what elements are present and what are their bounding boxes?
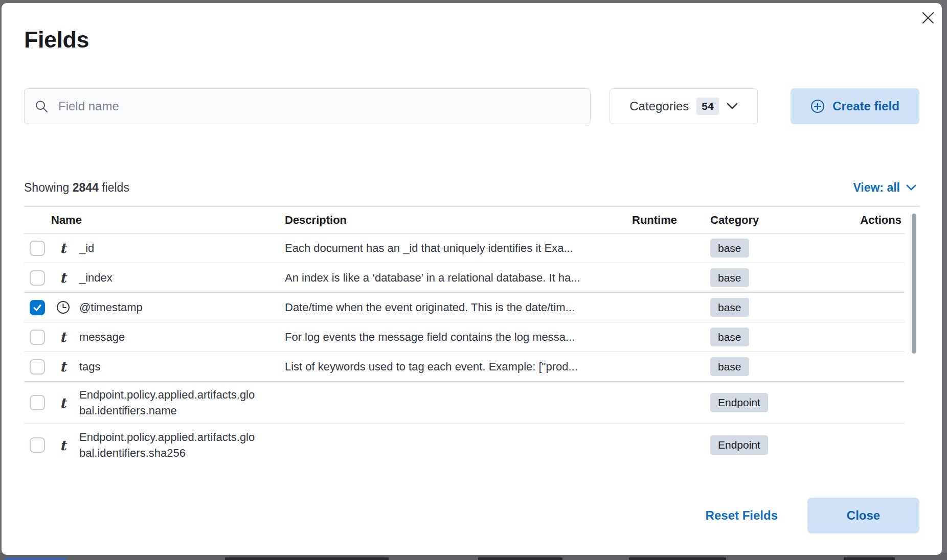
checkbox-cell [24,437,51,453]
text-type-icon: t [60,396,66,410]
text-type-glyph: t [60,271,66,285]
text-type-icon: t [60,330,66,344]
table-header-row: Name Description Runtime Category Action… [24,207,905,234]
field-name-cell: Endpoint.policy.applied.artifacts.global… [75,429,255,461]
close-button[interactable]: Close [807,498,919,533]
plus-circle-icon [810,99,825,113]
field-name: Endpoint.policy.applied.artifacts.global… [79,387,255,418]
field-description-cell: For log events the message field contain… [255,331,595,344]
category-cell: Endpoint [677,435,837,454]
table-row: @timestampDate/time when the event origi… [24,293,905,322]
table-row: ttagsList of keywords used to tag each e… [24,352,905,382]
category-badge: base [710,328,749,346]
column-header-runtime: Runtime [632,214,677,227]
page-behind-fragment [5,557,66,560]
row-checkbox[interactable] [30,395,45,410]
checkbox-cell [24,300,51,315]
row-checkbox[interactable] [30,330,45,345]
close-icon[interactable] [920,10,936,26]
column-header-description: Description [255,214,595,227]
category-cell: Endpoint [677,393,837,412]
category-cell: base [677,357,837,376]
row-checkbox[interactable] [30,359,45,375]
reset-fields-button[interactable]: Reset Fields [703,508,781,523]
field-name: _index [79,270,255,286]
search-icon [35,100,49,115]
row-checkbox[interactable] [30,437,45,453]
create-field-button[interactable]: Create field [791,88,919,124]
field-name: Endpoint.policy.applied.artifacts.global… [79,429,255,461]
checkbox-cell [24,330,51,345]
field-name-cell: tags [75,359,255,375]
category-badge: base [710,298,749,317]
table-row: t_idEach document has an _id that unique… [24,234,905,263]
field-name-cell: _index [75,270,255,286]
modal-footer: Reset Fields Close [24,498,919,533]
fields-count: 2844 [73,181,99,194]
field-description-cell: Each document has an _id that uniquely i… [255,242,595,255]
table-row: tEndpoint.policy.applied.artifacts.globa… [24,424,905,466]
page-behind-fragment [629,557,726,560]
text-type-icon: t [60,271,66,285]
controls-row: Categories 54 Create field [24,88,919,124]
field-name-cell: @timestamp [75,299,255,315]
category-cell: base [677,268,837,287]
field-name-cell: message [75,329,255,345]
showing-fields-text: Showing 2844 fields [24,181,129,195]
view-all-dropdown[interactable]: View: all [850,180,919,195]
field-name: tags [79,359,255,375]
vertical-scrollbar-thumb[interactable] [912,214,916,354]
page-behind-fragment [225,557,389,560]
categories-filter-button[interactable]: Categories 54 [610,88,758,124]
text-type-glyph: t [60,360,66,374]
field-name: message [79,329,255,345]
search-input[interactable] [24,88,591,124]
field-name-cell: Endpoint.policy.applied.artifacts.global… [75,387,255,418]
page-title: Fields [24,24,919,56]
column-header-name: Name [51,214,255,227]
category-cell: base [677,328,837,346]
text-type-glyph: t [60,438,66,452]
text-type-icon: t [60,360,66,374]
table-row: t_indexAn index is like a ‘database’ in … [24,263,905,293]
checkmark-icon [32,302,43,313]
field-name: _id [79,240,255,256]
field-name-cell: _id [75,240,255,256]
field-description-cell: List of keywords used to tag each event.… [255,360,595,374]
categories-label: Categories [629,99,689,113]
clock-icon [56,300,70,314]
column-header-actions: Actions [860,214,905,227]
table-row: tEndpoint.policy.applied.artifacts.globa… [24,382,905,424]
text-type-glyph: t [60,330,66,344]
chevron-down-icon [906,184,916,191]
text-type-glyph: t [60,241,66,255]
category-badge: base [710,357,749,376]
field-name: @timestamp [79,299,255,315]
row-checkbox[interactable] [30,270,45,286]
category-badge: base [710,239,749,258]
text-type-icon: t [60,438,66,452]
summary-row: Showing 2844 fields View: all [24,180,919,195]
checkbox-cell [24,241,51,256]
checkbox-cell [24,395,51,410]
table-row: tmessageFor log events the message field… [24,322,905,352]
table-body: t_idEach document has an _id that unique… [24,234,919,466]
row-checkbox[interactable] [30,300,45,315]
row-checkbox[interactable] [30,241,45,256]
text-type-icon: t [60,241,66,255]
create-field-label: Create field [832,99,899,113]
category-cell: base [677,298,837,317]
field-description-cell: Date/time when the event originated. Thi… [255,301,595,314]
field-description-cell: An index is like a ‘database’ in a relat… [255,271,595,285]
fields-modal: Fields Categories 54 Creat [2,3,942,555]
category-badge: Endpoint [710,435,768,454]
view-all-label: View: all [853,181,900,195]
search-box [24,88,591,124]
clock-icon [56,300,70,314]
checkbox-cell [24,359,51,375]
chevron-down-icon [727,103,738,110]
page-behind-fragment [478,557,562,560]
text-type-glyph: t [60,396,66,410]
page-behind-fragment [844,557,895,560]
categories-count-badge: 54 [696,98,718,114]
